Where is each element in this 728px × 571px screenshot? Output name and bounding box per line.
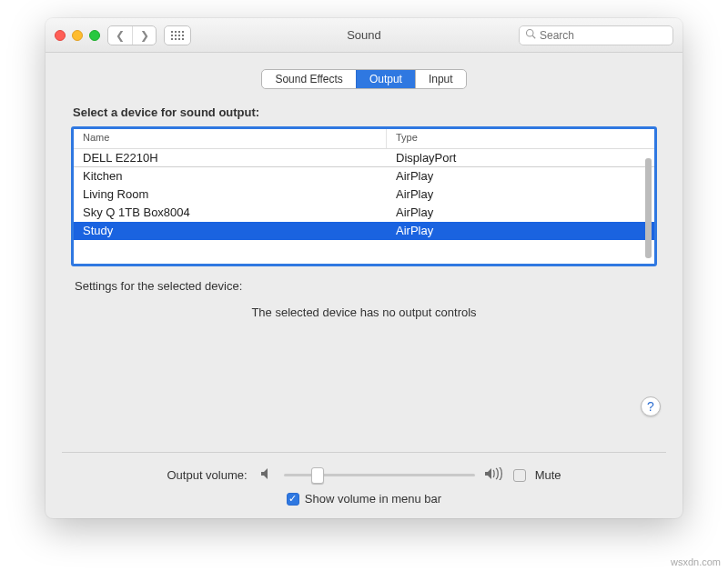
segmented-control: Sound Effects Output Input [261,69,466,89]
tab-bar: Sound Effects Output Input [71,69,657,89]
output-volume-label: Output volume: [167,468,247,482]
traffic-lights [55,30,100,41]
content-pane: Sound Effects Output Input Select a devi… [46,53,682,518]
output-volume-row: Output volume: Mute [71,467,657,483]
mute-checkbox[interactable] [513,469,526,482]
scrollbar-thumb[interactable] [645,158,652,258]
svg-point-0 [527,30,534,37]
device-name: Sky Q 1TB Box8004 [74,204,387,222]
help-button[interactable]: ? [641,396,661,416]
device-type: AirPlay [387,222,654,240]
show-volume-label: Show volume in menu bar [305,492,441,506]
grid-icon [171,31,184,40]
speaker-low-icon [260,467,275,483]
output-volume-slider[interactable] [284,469,475,482]
table-rows: DELL E2210H DisplayPort Kitchen AirPlay … [74,149,654,240]
device-type: AirPlay [387,204,654,222]
output-device-list[interactable]: Name Type DELL E2210H DisplayPort Kitche… [71,126,657,266]
device-name: Kitchen [74,167,387,185]
no-output-controls-message: The selected device has no output contro… [71,306,657,319]
search-icon [525,28,536,42]
divider [62,452,666,453]
col-name-header[interactable]: Name [74,129,387,148]
show-volume-checkbox[interactable]: ✓ [287,493,299,506]
device-type: AirPlay [387,185,654,204]
device-name: DELL E2210H [74,149,387,166]
settings-for-device-label: Settings for the selected device: [75,279,653,293]
search-input[interactable] [540,29,676,42]
watermark: wsxdn.com [671,556,721,567]
mute-label: Mute [535,468,561,482]
table-row[interactable]: Living Room AirPlay [74,185,654,204]
tab-sound-effects[interactable]: Sound Effects [262,70,356,88]
device-name: Study [74,222,387,240]
show-all-prefs-button[interactable] [164,25,191,45]
table-header: Name Type [74,129,654,149]
titlebar: ❮ ❯ Sound [46,18,682,53]
minimize-window-button[interactable] [72,30,83,41]
table-row[interactable]: Kitchen AirPlay [74,167,654,185]
nav-back-forward: ❮ ❯ [107,25,157,45]
nav-forward-button[interactable]: ❯ [132,26,156,45]
speaker-high-icon [484,467,504,483]
window-title: Sound [347,28,381,42]
sound-prefs-window: ❮ ❯ Sound Sound Effects Output Input Sel… [46,18,682,518]
table-row[interactable]: Sky Q 1TB Box8004 AirPlay [74,204,654,222]
close-window-button[interactable] [55,30,66,41]
slider-knob[interactable] [311,467,324,484]
device-type: DisplayPort [387,149,654,166]
svg-line-1 [532,35,535,38]
zoom-window-button[interactable] [89,30,100,41]
show-volume-row: ✓ Show volume in menu bar [71,492,657,506]
device-name: Living Room [74,185,387,204]
table-row[interactable]: Study AirPlay [74,222,654,240]
device-type: AirPlay [387,167,654,185]
tab-input[interactable]: Input [415,70,466,88]
col-type-header[interactable]: Type [387,129,654,148]
table-row[interactable]: DELL E2210H DisplayPort [74,149,654,167]
select-device-label: Select a device for sound output: [73,105,655,119]
tab-output[interactable]: Output [356,70,415,88]
nav-back-button[interactable]: ❮ [108,26,132,45]
search-field[interactable] [519,25,673,45]
